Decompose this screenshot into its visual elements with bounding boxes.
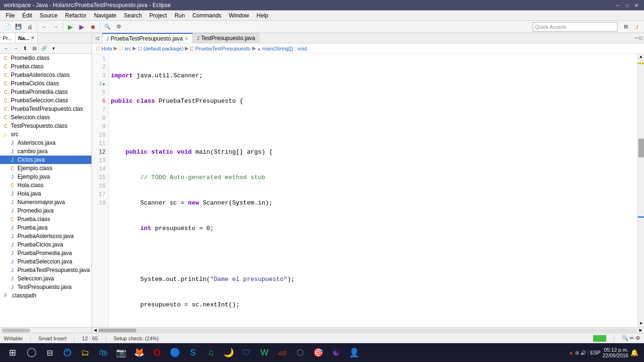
editor-tab-prev[interactable]: ◁ (92, 33, 102, 43)
taskbar-eclipse-icon[interactable]: ☯ (327, 344, 345, 362)
toolbar-fwd-btn[interactable]: → (50, 22, 61, 32)
menu-window[interactable]: Window (225, 11, 253, 20)
taskbar-task-view-icon[interactable]: ⊟ (41, 344, 58, 362)
scroll-up-btn[interactable]: ▲ (638, 54, 644, 60)
taskbar-search-icon[interactable] (23, 344, 41, 362)
tree-item-seleccion-java[interactable]: J Seleccion.java (0, 274, 91, 283)
tab-maximize-btn[interactable]: □ (639, 35, 642, 41)
taskbar-avatar-icon[interactable]: 👤 (345, 344, 363, 362)
editor-tab-prueba-close[interactable]: ✕ (185, 36, 189, 41)
taskbar-photos-icon[interactable]: 📷 (112, 344, 130, 362)
maximize-button[interactable]: □ (623, 1, 631, 9)
menu-source[interactable]: Source (36, 11, 61, 20)
scroll-thumb[interactable] (638, 139, 644, 157)
lt-up-btn[interactable]: ⬆ (21, 44, 29, 53)
menu-project[interactable]: Project (146, 11, 171, 20)
tree-item-src[interactable]: ▷ src (0, 130, 91, 139)
tree-item-prueba-class[interactable]: C Prueba.class (0, 62, 91, 71)
hscroll-thumb[interactable] (99, 329, 136, 332)
taskbar-edge-icon[interactable] (58, 344, 76, 362)
left-tab-navigator[interactable]: Na... ✕ (16, 33, 38, 43)
tree-item-pruebatestpresupuesto-class[interactable]: C PruebaTestPresupuesto.clas (0, 105, 91, 113)
taskbar-app2-icon[interactable]: ⬡ (291, 344, 309, 362)
tab-minimize-btn[interactable]: ─ (635, 35, 638, 41)
tree-item-cambio-java[interactable]: J cambio.java (0, 147, 91, 156)
breadcrumb-class[interactable]: PruebaTestPresupuesto (195, 46, 250, 51)
tree-hscroll-thumb[interactable] (2, 329, 30, 332)
start-button[interactable]: ⊞ (2, 343, 23, 362)
minimize-button[interactable]: ─ (614, 1, 621, 9)
taskbar-firefox-icon[interactable]: 🦊 (130, 344, 148, 362)
taskbar-spotify-icon[interactable]: ♫ (202, 344, 220, 362)
menu-navigate[interactable]: Navigate (90, 11, 120, 20)
tree-item-pruebaciclos-class[interactable]: C PruebaCiclos.class (0, 79, 91, 88)
taskbar-mooncake-icon[interactable]: 🌙 (220, 344, 238, 362)
tree-hscroll[interactable] (0, 327, 91, 333)
toolbar-save-btn[interactable]: 💾 (13, 22, 24, 32)
taskbar-files-icon[interactable]: 🗂 (76, 344, 94, 362)
toolbar-refs-btn[interactable]: ⚙ (114, 22, 124, 32)
tree-item-pruebaasteriscos-class[interactable]: C PruebaAsteriscos.class (0, 71, 91, 79)
toolbar-back-btn[interactable]: ← (39, 22, 50, 32)
breadcrumb-method[interactable]: main(String[]) : void (262, 46, 307, 51)
menu-refactor[interactable]: Refactor (61, 11, 90, 20)
close-button[interactable]: ✕ (633, 1, 640, 9)
taskbar-chrome-icon[interactable]: 🔵 (166, 344, 184, 362)
tree-item-pruebapromedic-java[interactable]: J PruebaPromedia.java (0, 249, 91, 257)
editor-tab-prueba[interactable]: J PruebaTestPresupuesto.java ✕ (102, 33, 193, 43)
tree-item-pruebaseleccion-java[interactable]: J PruebaSeleccion.java (0, 257, 91, 266)
menu-commands[interactable]: Commands (189, 11, 225, 20)
lt-menu-btn[interactable]: ▾ (49, 44, 58, 53)
menu-run[interactable]: Run (171, 11, 189, 20)
tree-item-testpresupuesto-java[interactable]: J TestPresupuesto.java (0, 283, 91, 291)
tree-item-pruebatestpresupuesto-java[interactable]: J PruebaTestPresupuesto.java (0, 266, 91, 274)
quick-access-box[interactable]: Quick Access (533, 22, 618, 32)
tree-item-testpresupuesto-class[interactable]: C TestPresupuesto.class (0, 122, 91, 130)
breadcrumb-pkg[interactable]: (default package) (143, 46, 183, 51)
tree-item-hola-class[interactable]: C Hola.class (0, 181, 91, 189)
breadcrumb-hola[interactable]: Hola (101, 46, 112, 51)
toolbar-new-btn[interactable]: 📄 (2, 22, 12, 32)
menu-help[interactable]: Help (253, 11, 272, 20)
tree-item-seleccion-class[interactable]: C Seleccion.class (0, 113, 91, 122)
taskbar-shield-icon[interactable]: 🛡 (238, 344, 256, 362)
tree-item-pruebapromedic-class[interactable]: C PruebaPromedia.class (0, 88, 91, 96)
taskbar-app1-icon[interactable]: 🏎 (273, 344, 291, 362)
toolbar-debug-btn[interactable]: ▶ (76, 22, 87, 32)
scroll-down-btn[interactable]: ▼ (638, 321, 644, 327)
toolbar-stop-btn[interactable]: ■ (88, 22, 98, 32)
lt-link-btn[interactable]: 🔗 (40, 44, 48, 53)
tree-item-promedio-class[interactable]: C Promedio.class (0, 54, 91, 62)
taskbar-whatsapp-icon[interactable]: W (256, 344, 273, 362)
toolbar-perspective-btn[interactable]: ⊞ (620, 22, 631, 32)
taskbar-app3-icon[interactable]: 🎯 (309, 344, 327, 362)
menu-file[interactable]: File (2, 11, 18, 20)
tree-item-pruebaciclos-java[interactable]: J PruebaCiclos.java (0, 240, 91, 249)
taskbar-store-icon[interactable]: 🛍 (94, 344, 112, 362)
editor-tab-test[interactable]: J TestPresupuesto.java (193, 33, 259, 43)
tree-item-asteriscos-java[interactable]: J Asteriscos.java (0, 139, 91, 147)
breadcrumb-src[interactable]: src (124, 46, 132, 51)
hscroll-right-btn[interactable]: ▶ (637, 328, 644, 333)
editor-scrollbar[interactable]: ▲ ▼ (637, 54, 644, 327)
tree-item-pruebaseleccion-class[interactable]: C PruebaSeleccion.class (0, 96, 91, 105)
toolbar-print-btn[interactable]: 🖨 (25, 22, 35, 32)
tree-item-ejemplo-java[interactable]: J Ejemplo.java (0, 173, 91, 181)
taskbar-opera-icon[interactable]: O (148, 344, 166, 362)
code-area[interactable]: import java.util.Scanner; public class P… (109, 54, 637, 327)
tree-item-numeromayor-java[interactable]: J Numeromayor.java (0, 198, 91, 206)
hscroll-left-btn[interactable]: ◀ (92, 328, 99, 333)
menu-search[interactable]: Search (120, 11, 146, 20)
tree-item-ejemplo-class[interactable]: C Ejemplo.class (0, 164, 91, 173)
tree-item-ciclos-java[interactable]: J Ciclos.java (0, 156, 91, 164)
lt-collapse-btn[interactable]: ⊟ (30, 44, 39, 53)
tree-item-pruebaasteriscos-java[interactable]: J PruebaAsteriscos.java (0, 232, 91, 240)
tree-item-hola-java[interactable]: J Hola.java (0, 189, 91, 198)
lt-fwd-btn[interactable]: → (11, 44, 20, 53)
menu-edit[interactable]: Edit (18, 11, 36, 20)
tree-item-promedio-java[interactable]: J Promedio.java (0, 206, 91, 215)
toolbar-search-btn[interactable]: 🔍 (102, 22, 113, 32)
left-tab-package[interactable]: Pr... (0, 33, 16, 43)
left-tab-close[interactable]: ✕ (31, 35, 34, 41)
lt-back-btn[interactable]: ← (2, 44, 10, 53)
